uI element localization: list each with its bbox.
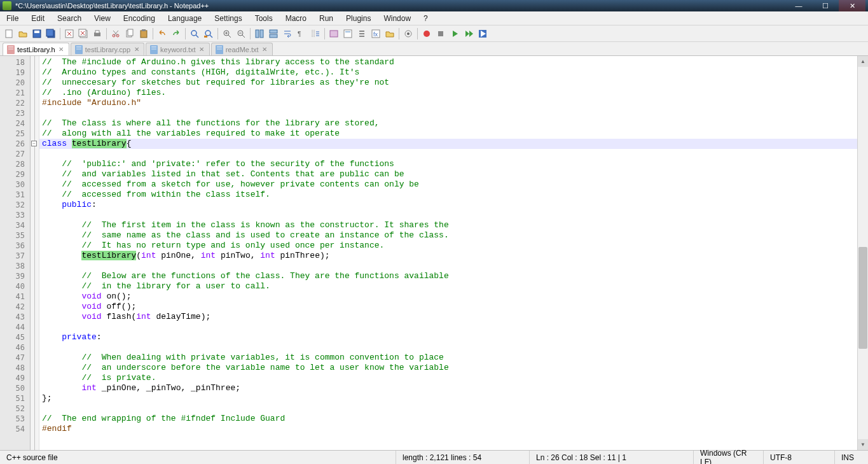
replace-icon[interactable] [202, 27, 215, 40]
save-all-icon[interactable] [45, 27, 57, 40]
code-line[interactable]: #include "Arduino.h" [39, 98, 868, 108]
fold-toggle[interactable]: − [31, 141, 37, 146]
new-file-icon[interactable] [3, 27, 15, 40]
code-line[interactable]: void on(); [39, 292, 868, 302]
menu-plugins[interactable]: Plugins [340, 12, 377, 25]
play-icon[interactable] [448, 27, 461, 40]
code-line[interactable]: // in the library for a user to call. [39, 281, 868, 292]
code-line[interactable] [39, 404, 868, 414]
save-icon[interactable] [31, 27, 43, 40]
zoom-in-icon[interactable] [221, 27, 233, 40]
code-line[interactable]: // an underscore before the variable nam… [39, 363, 868, 373]
redo-icon[interactable] [170, 27, 183, 40]
code-line[interactable]: // It has no return type and is only use… [39, 241, 868, 251]
code-line[interactable]: // 'public:' and 'private:' refer to the… [39, 159, 868, 169]
close-tab-icon[interactable]: ✕ [261, 46, 268, 53]
menu-search[interactable]: Search [51, 12, 88, 25]
code-line[interactable]: void off(); [39, 302, 868, 312]
find-icon[interactable] [188, 27, 201, 40]
code-line[interactable] [39, 108, 868, 118]
scroll-down-button[interactable]: ▼ [858, 439, 868, 450]
code-line[interactable]: // accessed from within the class itself… [39, 190, 868, 200]
stop-icon[interactable] [434, 27, 447, 40]
close-tab-icon[interactable]: ✕ [198, 46, 205, 53]
menu-settings[interactable]: Settings [208, 12, 248, 25]
code-line[interactable]: public: [39, 200, 868, 210]
folder-icon[interactable] [383, 27, 396, 40]
all-chars-icon[interactable]: ¶ [295, 27, 308, 40]
sync-v-icon[interactable] [253, 27, 266, 40]
undo-icon[interactable] [156, 27, 169, 40]
code-line[interactable]: testLibrary(int pinOne, int pinTwo, int … [39, 251, 868, 261]
menu-window[interactable]: Window [377, 12, 417, 25]
maximize-button[interactable]: ☐ [812, 0, 839, 11]
paste-icon[interactable] [137, 27, 150, 40]
doc-map-icon[interactable] [341, 27, 354, 40]
record-icon[interactable] [420, 27, 433, 40]
menu-file[interactable]: File [0, 12, 25, 25]
close-tab-icon[interactable]: ✕ [58, 46, 65, 53]
code-line[interactable]: // same name as the class and is used to… [39, 230, 868, 241]
open-file-icon[interactable] [17, 27, 29, 40]
print-icon[interactable] [91, 27, 104, 40]
code-line[interactable]: // .ino (Arduino) files. [39, 88, 868, 98]
tab-keyword-txt[interactable]: keyword.txt✕ [146, 43, 210, 55]
code-line[interactable]: // and variables listed in that set. Con… [39, 169, 868, 179]
monitor-icon[interactable] [402, 27, 415, 40]
code-line[interactable] [39, 210, 868, 220]
code-line[interactable]: class testLibrary{ [39, 139, 868, 149]
minimize-button[interactable]: — [785, 0, 812, 11]
code-area[interactable]: // The #include of Arduino.h gives this … [39, 56, 868, 450]
code-line[interactable]: int _pinOne, _pinTwo, _pinThree; [39, 383, 868, 393]
code-line[interactable]: // When dealing with private variables, … [39, 353, 868, 363]
play-multi-icon[interactable] [462, 27, 475, 40]
close-tab-icon[interactable]: ✕ [133, 46, 140, 53]
menu-run[interactable]: Run [313, 12, 340, 25]
code-line[interactable]: // The first item in the class is known … [39, 220, 868, 230]
scroll-up-button[interactable]: ▲ [858, 56, 868, 67]
menu-tools[interactable]: Tools [249, 12, 279, 25]
lang-udl-icon[interactable] [327, 27, 340, 40]
save-macro-icon[interactable] [476, 27, 489, 40]
copy-icon[interactable] [123, 27, 136, 40]
tab-testLibrary-h[interactable]: testLibrary.h✕ [3, 43, 69, 55]
menu-macro[interactable]: Macro [279, 12, 313, 25]
menu-help[interactable]: ? [417, 12, 434, 25]
code-line[interactable] [39, 149, 868, 159]
code-line[interactable]: // accessed from a sketch for use, howev… [39, 179, 868, 190]
svg-point-32 [407, 32, 410, 35]
close-button[interactable]: ✕ [839, 0, 865, 11]
code-line[interactable]: // The class is where all the functions … [39, 118, 868, 129]
vertical-scrollbar[interactable]: ▲ ▼ [857, 56, 868, 450]
doc-list-icon[interactable] [355, 27, 368, 40]
code-line[interactable]: // Below are the functions of the class.… [39, 271, 868, 281]
code-line[interactable] [39, 342, 868, 353]
close-all-icon[interactable] [77, 27, 90, 40]
code-line[interactable]: // Arduino types and constants (HIGH, di… [39, 67, 868, 78]
tab-testLibrary-cpp[interactable]: testLibrary.cpp✕ [71, 43, 144, 55]
menu-edit[interactable]: Edit [25, 12, 51, 25]
sync-h-icon[interactable] [267, 27, 280, 40]
code-line[interactable]: // The #include of Arduino.h gives this … [39, 57, 868, 67]
cut-icon[interactable] [109, 27, 122, 40]
menu-view[interactable]: View [88, 12, 117, 25]
code-line[interactable]: // is private. [39, 373, 868, 383]
code-line[interactable]: }; [39, 393, 868, 404]
scroll-thumb[interactable] [858, 247, 867, 349]
code-line[interactable]: // along with all the variables required… [39, 129, 868, 139]
code-line[interactable] [39, 322, 868, 332]
menu-encoding[interactable]: Encoding [117, 12, 162, 25]
code-line[interactable]: // unneccesary for sketches but required… [39, 78, 868, 88]
code-line[interactable]: void flash(int delayTime); [39, 312, 868, 322]
close-file-icon[interactable] [63, 27, 76, 40]
zoom-out-icon[interactable] [235, 27, 247, 40]
func-list-icon[interactable]: fx [369, 27, 382, 40]
code-line[interactable]: // The end wrapping of the #ifndef Inclu… [39, 414, 868, 424]
word-wrap-icon[interactable] [281, 27, 294, 40]
code-line[interactable]: private: [39, 332, 868, 342]
tab-readMe-txt[interactable]: readMe.txt✕ [211, 43, 273, 55]
indent-guide-icon[interactable] [309, 27, 322, 40]
menu-language[interactable]: Language [162, 12, 208, 25]
code-line[interactable]: #endif [39, 424, 868, 434]
code-line[interactable] [39, 261, 868, 271]
